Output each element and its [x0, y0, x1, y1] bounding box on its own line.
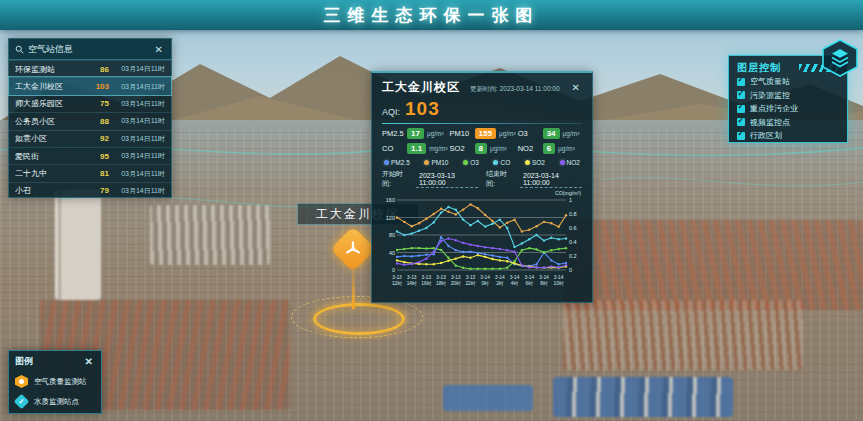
layer-label: 污染源监控: [750, 90, 790, 101]
aqi-value: 103: [405, 98, 440, 120]
svg-text:0.8: 0.8: [569, 211, 577, 217]
legend-entry-label: 空气质量监测站: [34, 377, 87, 387]
checkbox-checked-icon[interactable]: [737, 118, 745, 126]
svg-text:1: 1: [569, 197, 572, 203]
legend-dot: [525, 160, 530, 165]
station-time: 03月14日11时: [109, 116, 165, 126]
station-name: 公务员小区: [15, 116, 89, 127]
pollutant-name: O3: [518, 129, 540, 138]
station-aqi: 92: [89, 134, 109, 143]
pollutant-name: SO2: [450, 144, 472, 153]
legend-entry-label: 水质监测站点: [34, 397, 79, 407]
layer-item[interactable]: 重点排污企业: [737, 102, 839, 116]
pollutant-cell: O3 34 μg/m³: [518, 128, 582, 139]
station-row[interactable]: 小召 79 03月14日11时: [9, 182, 171, 199]
close-icon[interactable]: ✕: [570, 82, 582, 93]
station-row[interactable]: 如意小区 92 03月14日11时: [9, 130, 171, 147]
layer-label: 重点排污企业: [750, 103, 798, 114]
aqi-label: AQI:: [382, 107, 400, 117]
close-icon[interactable]: ✕: [83, 356, 95, 367]
checkbox-checked-icon[interactable]: [737, 105, 745, 113]
svg-text:40: 40: [389, 250, 395, 256]
checkbox-checked-icon[interactable]: [737, 78, 745, 86]
legend-item[interactable]: PM10: [424, 159, 448, 166]
layers-hexagon-button[interactable]: [820, 39, 860, 77]
station-name: 师大盛乐园区: [15, 98, 89, 109]
pollutant-name: PM2.5: [382, 129, 404, 138]
layer-panel-title: 图层控制: [737, 61, 781, 75]
pollutant-value: 17: [407, 128, 424, 139]
svg-text:0.2: 0.2: [569, 253, 577, 259]
marker-inner-ring: [313, 303, 405, 335]
station-name: 如意小区: [15, 133, 89, 144]
air-station-marker-icon[interactable]: [330, 226, 375, 271]
svg-text:3-146时: 3-146时: [524, 275, 534, 286]
station-time: 03月14日11时: [109, 82, 165, 92]
svg-text:3-1312时: 3-1312时: [392, 275, 402, 286]
station-row[interactable]: 二十九中 81 03月14日11时: [9, 164, 171, 181]
svg-text:3-1410时: 3-1410时: [554, 275, 564, 286]
svg-text:3-1320时: 3-1320时: [451, 275, 461, 286]
layer-label: 视频监控点: [750, 117, 790, 128]
layer-item[interactable]: 污染源监控: [737, 89, 839, 103]
layer-item[interactable]: 视频监控点: [737, 116, 839, 130]
start-time-label: 开始时间:: [382, 169, 408, 189]
pollutant-value: 155: [475, 128, 496, 139]
legend-item[interactable]: O3: [463, 159, 479, 166]
close-icon[interactable]: ✕: [153, 44, 165, 55]
checkbox-checked-icon[interactable]: [737, 91, 745, 99]
svg-text:3-1318时: 3-1318时: [436, 275, 446, 286]
checkbox-checked-icon[interactable]: [737, 132, 745, 140]
station-aqi: 79: [89, 186, 109, 195]
pollutant-value: 34: [543, 128, 560, 139]
station-aqi: 95: [89, 152, 109, 161]
station-row[interactable]: 环保监测站 86 03月14日11时: [9, 60, 171, 77]
station-time: 03月14日11时: [109, 151, 165, 161]
pollutant-unit: μg/m³: [558, 145, 575, 152]
end-time-input[interactable]: 2023-03-14 11:00:00: [520, 171, 582, 188]
pollutant-cell: CO 1.1 mg/m³: [382, 143, 448, 154]
legend-item[interactable]: SO2: [525, 159, 545, 166]
svg-text:3-148时: 3-148时: [539, 275, 549, 286]
station-aqi: 103: [89, 82, 109, 91]
windmill-icon: [344, 240, 362, 258]
station-row-selected[interactable]: 工大金川校区 103 03月14日11时: [9, 77, 171, 94]
station-row[interactable]: 公务员小区 88 03月14日11时: [9, 112, 171, 129]
pollutant-unit: μg/m³: [490, 145, 507, 152]
water-station-diamond-icon: [14, 394, 30, 410]
station-aqi: 75: [89, 99, 109, 108]
pollutant-unit: μg/m³: [427, 130, 444, 137]
layers-icon: [820, 39, 860, 77]
legend-entry-air: 空气质量监测站: [15, 375, 95, 388]
pollutant-name: NO2: [518, 144, 540, 153]
marker-stem: [352, 269, 355, 309]
legend-dot: [424, 160, 429, 165]
layer-item[interactable]: 行政区划: [737, 129, 839, 143]
station-time: 03月14日11时: [109, 134, 165, 144]
svg-text:3-140时: 3-140时: [480, 275, 490, 286]
svg-text:3-1316时: 3-1316时: [421, 275, 431, 286]
pollutant-unit: μg/m³: [563, 130, 580, 137]
legend-item[interactable]: PM2.5: [384, 159, 410, 166]
station-time: 03月14日11时: [109, 186, 165, 196]
station-row[interactable]: 爱民街 95 03月14日11时: [9, 147, 171, 164]
station-row[interactable]: 师大盛乐园区 75 03月14日11时: [9, 95, 171, 112]
pollutant-unit: mg/m³: [429, 145, 447, 152]
start-time-input[interactable]: 2023-03-13 11:00:00: [416, 171, 478, 188]
legend-item[interactable]: CO: [493, 159, 510, 166]
legend-dot: [560, 160, 565, 165]
station-name: 小召: [15, 185, 89, 196]
pollutant-grid: PM2.5 17 μg/m³ PM10 155 μg/m³ O3 34 μg/m…: [382, 128, 582, 154]
layer-item[interactable]: 空气质量站: [737, 75, 839, 89]
end-time-label: 结束时间:: [486, 169, 512, 189]
svg-text:3-142时: 3-142时: [495, 275, 505, 286]
pollutant-value: 6: [543, 143, 555, 154]
svg-text:0.6: 0.6: [569, 225, 577, 231]
station-name: 爱民街: [15, 151, 89, 162]
station-aqi: 86: [89, 65, 109, 74]
app-header: 三维生态环保一张图: [0, 0, 863, 30]
pollutant-trend-chart: 0408012016000.20.40.60.81CO(mg/m³)3-1312…: [382, 190, 582, 306]
pollutant-cell: SO2 8 μg/m³: [450, 143, 516, 154]
legend-item[interactable]: NO2: [560, 159, 580, 166]
pollutant-value: 8: [475, 143, 487, 154]
